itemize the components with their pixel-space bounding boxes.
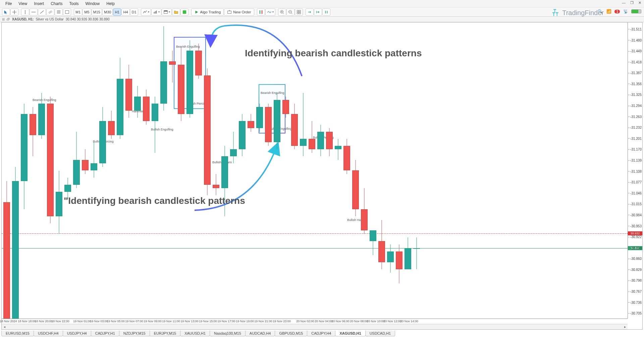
chart-title-bar: ⊞ 🗗 XAGUSD, H1: Silver vs US Dollar 30.8… [0, 17, 644, 22]
trendline-tool[interactable] [38, 8, 46, 16]
zoom-in-button[interactable] [278, 8, 286, 16]
crosshair-tool[interactable] [10, 8, 18, 16]
vertical-line-tool[interactable] [21, 8, 29, 16]
window-close-button[interactable]: ✕ [637, 1, 643, 5]
chart-tab[interactable]: EURJPY,M15 [150, 331, 180, 336]
candle [378, 220, 385, 269]
chart-tab[interactable]: XAUUSD,H1 [180, 331, 210, 336]
algo-trading-button[interactable]: Algo Trading [191, 8, 224, 16]
depth-button[interactable] [257, 8, 265, 16]
candle [396, 244, 402, 283]
x-tick: 19 Nov 23:00 [273, 320, 291, 323]
menu-view[interactable]: View [15, 1, 31, 7]
candle [169, 51, 176, 82]
channel-tool[interactable] [46, 8, 54, 16]
tf-m1[interactable]: M1 [74, 8, 82, 16]
x-tick: 18 Nov 2024 [0, 320, 17, 323]
window-min-button[interactable]: — [621, 1, 627, 5]
chart-tab[interactable]: XAGUSD,H1 [335, 331, 365, 336]
chart-tab[interactable]: USDCHF,H4 [34, 331, 63, 336]
indicator-dropdown[interactable]: ▾ [151, 8, 161, 16]
chart-type-dropdown[interactable]: ▾ [141, 8, 151, 16]
candle [326, 128, 333, 156]
chart-tab[interactable]: CADJPY,H1 [91, 331, 119, 336]
new-order-button[interactable]: New Order [224, 8, 254, 16]
candle [186, 40, 193, 118]
network-icon[interactable]: 📶 [606, 8, 612, 14]
status-icons: 🔍 📶 1 📡 [597, 8, 641, 14]
menu-insert[interactable]: Insert [31, 1, 47, 7]
autoscroll-button[interactable] [314, 8, 322, 16]
zoom-out-button[interactable] [286, 8, 294, 16]
window-max-button[interactable]: ❐ [629, 1, 635, 5]
x-tick: 19 Nov 07:00 [125, 320, 143, 323]
x-tick: 20 Nov 12:00 [383, 320, 401, 323]
signal-icon[interactable]: 📡 [623, 8, 629, 14]
time-axis: 18 Nov 202418 Nov 18:0018 Nov 20:0018 No… [2, 319, 628, 324]
tf-d1[interactable]: D1 [130, 8, 138, 16]
indicator-add-dropdown[interactable]: ▾ [265, 8, 275, 16]
chart-restore-icon[interactable]: 🗗 [7, 17, 10, 21]
chart-tabs: EURUSD,M15USDCHF,H4USDJPY,H4CADJPY,H1NZD… [1, 330, 643, 336]
x-tick: 19 Nov 21:00 [254, 320, 272, 323]
x-tick: 19 Nov 15:00 [199, 320, 217, 323]
chart-tab[interactable]: EURUSD,M15 [1, 331, 34, 336]
candle [30, 107, 36, 156]
x-tick: 19 Nov 13:00 [180, 320, 199, 323]
chart-scrollbar[interactable]: ◂ ▸ [2, 324, 628, 329]
notification-badge[interactable]: 1 [614, 10, 620, 13]
y-tick: -30.984 [630, 213, 642, 217]
rect-tool[interactable] [63, 8, 71, 16]
chart-tab[interactable]: USDJPY,H4 [63, 331, 91, 336]
menu-window[interactable]: Window [82, 1, 103, 7]
ide-button[interactable] [180, 8, 189, 16]
open-folder-button[interactable] [172, 8, 180, 16]
horizontal-line-tool[interactable] [30, 8, 38, 16]
scroll-left-icon[interactable]: ◂ [2, 324, 7, 329]
chart-tab[interactable]: NZDJPY,M15 [119, 331, 150, 336]
candle [265, 104, 272, 146]
menu-help[interactable]: Help [103, 1, 118, 7]
x-tick: 20 Nov 10:00 [367, 320, 385, 323]
brand-logo: TradingFinder [551, 8, 604, 17]
chart-tab[interactable]: GBPUSD,M15 [275, 331, 307, 336]
cursor-tool[interactable] [2, 8, 10, 16]
symbol-label: XAGUSD, H1: [12, 17, 34, 21]
y-tick: -30.829 [630, 268, 642, 271]
candle [291, 104, 298, 150]
chart-plot-area[interactable]: Identifying bearish candlestick patterns… [2, 22, 628, 319]
template-dropdown[interactable]: ▾ [162, 8, 172, 16]
chart-close-icon[interactable]: ⊞ [2, 17, 5, 21]
scroll-right-icon[interactable]: ▸ [622, 324, 628, 329]
annotation-top: Identifying bearish candlestick patterns [245, 48, 422, 59]
y-tick: -31.015 [630, 202, 642, 206]
fib-tool[interactable] [55, 8, 63, 16]
svg-rect-8 [156, 10, 157, 13]
chart-tab[interactable]: Nasdaq100,M15 [210, 331, 246, 336]
symbol-desc: Silver vs US Dollar [36, 17, 63, 21]
price-axis: 30.932 30.890 -31.511-31.480-31.449-31.4… [628, 22, 642, 319]
chart-tab[interactable]: CADJPY,H4 [307, 331, 335, 336]
ask-price-line [2, 233, 628, 234]
tf-m5[interactable]: M5 [83, 8, 91, 16]
shift-end-button[interactable] [306, 8, 314, 16]
tf-m30[interactable]: M30 [102, 8, 113, 16]
candle [387, 244, 394, 273]
candle [343, 139, 350, 174]
y-tick: -31.480 [630, 38, 642, 42]
candle [56, 171, 62, 234]
search-icon[interactable]: 🔍 [597, 8, 603, 14]
tf-h4[interactable]: H4 [121, 8, 129, 16]
chart-tab[interactable]: USDCAD,H1 [365, 331, 395, 336]
menu-file[interactable]: File [2, 1, 15, 7]
chart-tab[interactable]: AUDCAD,H4 [245, 331, 275, 336]
tf-m15[interactable]: M15 [92, 8, 102, 16]
tf-h1[interactable]: H1 [113, 8, 121, 16]
y-tick: -30.953 [630, 224, 642, 228]
menu-charts[interactable]: Charts [47, 1, 66, 7]
menu-tools[interactable]: Tools [66, 1, 82, 7]
layout-grid-button[interactable] [295, 8, 303, 16]
x-tick: 20 Nov 04:00 [315, 320, 333, 323]
y-tick: -30.767 [630, 290, 642, 293]
shift-button[interactable] [322, 8, 330, 16]
